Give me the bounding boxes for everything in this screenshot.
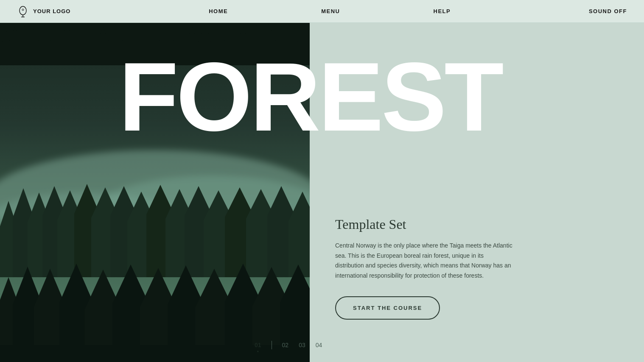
hero-image-panel [0, 23, 310, 362]
nav-help[interactable]: HELP [434, 8, 451, 14]
description: Central Norway is the only place where t… [335, 241, 513, 281]
nav-menu[interactable]: MENU [321, 8, 340, 14]
content-panel: Template Set Central Norway is the only … [310, 23, 644, 362]
nav-links: HOME MENU HELP [209, 8, 451, 14]
pagination: 01 02 03 04 [255, 341, 322, 349]
navbar: YOUR LOGO HOME MENU HELP SOUND OFF [0, 0, 644, 23]
forest-background [0, 23, 310, 362]
content-section: Template Set Central Norway is the only … [335, 217, 619, 345]
logo-icon [17, 6, 29, 17]
nav-home[interactable]: HOME [209, 8, 228, 14]
page-04[interactable]: 04 [316, 342, 322, 348]
svg-point-3 [22, 9, 24, 11]
sound-toggle[interactable]: SOUND OFF [589, 8, 627, 14]
forest-svg [0, 23, 310, 362]
start-course-button[interactable]: START THE COURSE [335, 296, 440, 320]
template-set-title: Template Set [335, 217, 619, 232]
page-03[interactable]: 03 [299, 342, 305, 348]
page-02[interactable]: 02 [282, 342, 289, 348]
page-01[interactable]: 01 [255, 342, 261, 348]
page-divider [272, 341, 272, 349]
logo[interactable]: YOUR LOGO [17, 6, 70, 17]
logo-text: YOUR LOGO [33, 8, 70, 14]
main-container: Template Set Central Norway is the only … [0, 23, 644, 362]
